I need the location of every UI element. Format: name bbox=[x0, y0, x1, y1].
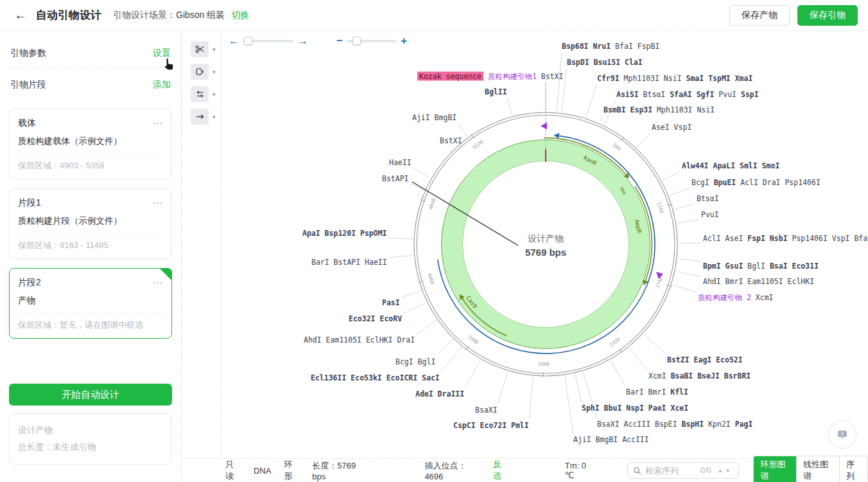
enzyme-site-label[interactable]: SphI BbuI NspI PaeI XceI bbox=[582, 404, 688, 413]
enzyme-site-label[interactable]: Bsp68I NruI BfaI FspBI bbox=[562, 42, 659, 51]
enzyme-names: BstXI bbox=[440, 136, 462, 145]
selection-band[interactable] bbox=[442, 140, 650, 349]
enzyme-names: ApaI Bsp120I PspOMI bbox=[302, 229, 387, 238]
enzyme-names: Ecl136II Eco53kI EcoICRI SacI bbox=[311, 373, 440, 382]
caret-down-icon[interactable]: ▾ bbox=[213, 114, 216, 120]
enzyme-site-label[interactable]: BcgI BglI bbox=[395, 357, 435, 366]
product-name: 设计产物 bbox=[18, 422, 163, 439]
enzyme-names: AsiSI bbox=[616, 90, 639, 99]
enzyme-site-label[interactable]: BarI BmrI KflI bbox=[626, 388, 688, 397]
sequence-search-box[interactable]: 0/0 ▲ ▼ bbox=[627, 462, 739, 479]
enzyme-site-label[interactable]: 质粒构建引物 2 XcmI bbox=[698, 293, 774, 303]
enzyme-names: PagI bbox=[735, 420, 753, 429]
enzyme-site-label[interactable]: Ecl136II Eco53kI EcoICRI SacI bbox=[311, 373, 440, 382]
view-sequence[interactable]: 序列 bbox=[839, 456, 867, 482]
search-prev-icon[interactable]: ▲ bbox=[718, 468, 723, 474]
label-tool-button[interactable] bbox=[191, 64, 209, 80]
enzyme-site-label[interactable]: BstZI EagI Eco52I bbox=[667, 355, 743, 364]
enzyme-site-label[interactable]: AseI VspI bbox=[652, 123, 691, 132]
fragment-card-1[interactable]: 片段1 ⋯ 质粒构建片段（示例文件） 保留区域：9163 - 11485 bbox=[9, 188, 172, 259]
svg-text:3480: 3480 bbox=[467, 334, 480, 346]
view-linear-map[interactable]: 线性图谱 bbox=[796, 456, 839, 482]
pan-right-button[interactable]: → bbox=[297, 35, 308, 48]
card-region: 保留区域：9163 - 11485 bbox=[18, 240, 163, 251]
map-center-title: 设计产物 bbox=[528, 233, 564, 244]
enzyme-site-label[interactable]: BspDI Bsu15I ClaI bbox=[567, 58, 643, 67]
primer1-marker[interactable] bbox=[541, 123, 547, 130]
params-settings-link[interactable]: 设置 bbox=[153, 48, 171, 59]
save-primer-button[interactable]: 保存引物 bbox=[797, 5, 858, 26]
save-product-button[interactable]: 保存产物 bbox=[729, 5, 790, 26]
start-auto-design-button[interactable]: 开始自动设计 bbox=[9, 384, 172, 406]
enzyme-names: BtsαI bbox=[697, 194, 719, 203]
enzyme-names: AdeI DraIII bbox=[415, 389, 464, 398]
view-switcher: 环形图谱 线性图谱 序列 bbox=[753, 456, 868, 482]
enzyme-names: BcgI BglI bbox=[395, 357, 435, 366]
search-next-icon[interactable]: ▼ bbox=[725, 468, 731, 474]
enzyme-names: BcgI bbox=[691, 178, 709, 187]
enzyme-site-label[interactable]: BstXI bbox=[440, 136, 462, 145]
card-menu-icon[interactable]: ⋯ bbox=[153, 118, 163, 129]
enzyme-site-label[interactable]: Kozak sequence 质粒构建引物1 BstXI bbox=[417, 72, 563, 82]
enzyme-site-label[interactable]: BsmBI Esp3I Mph1103I NsiI bbox=[603, 105, 715, 114]
enzyme-site-label[interactable]: PasI bbox=[382, 298, 400, 307]
card-subtitle: 产物 bbox=[18, 295, 163, 307]
view-circular-map[interactable]: 环形图谱 bbox=[754, 456, 796, 482]
caret-down-icon[interactable]: ▾ bbox=[213, 91, 216, 98]
enzyme-site-label[interactable]: BcgI BpuEI AclI DraI Psp1406I bbox=[691, 178, 820, 187]
enzyme-site-label[interactable]: Eco32I EcoRV bbox=[349, 314, 402, 323]
pan-slider-thumb[interactable] bbox=[244, 37, 252, 45]
caret-down-icon[interactable]: ▾ bbox=[213, 69, 216, 75]
feedback-button[interactable] bbox=[828, 420, 856, 449]
swap-strand-tool-button[interactable] bbox=[191, 86, 209, 102]
zoom-in-button[interactable]: + bbox=[401, 35, 407, 48]
enzyme-site-label[interactable]: Cfr9I Mph1103I NsiI SmaI TspMI XmaI bbox=[597, 74, 752, 83]
switch-scene-link[interactable]: 切换 bbox=[231, 10, 249, 21]
cut-tool-button[interactable] bbox=[191, 41, 209, 57]
enzyme-names: Eco32I EcoRV bbox=[349, 314, 402, 323]
enzyme-site-label[interactable]: AjiI BmgBI bbox=[412, 113, 456, 122]
enzyme-names: BsaXI AccIII BspEI bbox=[597, 420, 677, 429]
enzyme-site-label[interactable]: AclI AseI FspI NsbI Psp1406I VspI BfaI bbox=[703, 234, 868, 243]
enzyme-site-label[interactable]: HaeII bbox=[389, 158, 412, 167]
enzyme-names: Mph1103I NsiI bbox=[624, 74, 682, 83]
tag-icon bbox=[195, 67, 205, 76]
fragment-card-vector[interactable]: 载体 ⋯ 质粒构建载体（示例文件） 保留区域：4903 - 5358 bbox=[9, 109, 172, 179]
card-menu-icon[interactable]: ⋯ bbox=[153, 197, 163, 209]
enzyme-site-label[interactable]: BpmI GsuI BglI BsaI Eco31I bbox=[703, 262, 819, 271]
enzyme-site-label[interactable]: AdeI DraIII bbox=[415, 389, 464, 398]
enzyme-site-label[interactable]: BsaXI AccIII BspEI BspHI Kpn2I PagI bbox=[597, 420, 752, 429]
enzyme-site-label[interactable]: Alw44I ApaLI SmlI SmoI bbox=[682, 161, 779, 170]
enzyme-site-label[interactable]: BstAPI bbox=[382, 174, 409, 183]
enzyme-site-label[interactable]: ApaI Bsp120I PspOMI bbox=[302, 229, 387, 238]
invert-selection-link[interactable]: 反选 bbox=[493, 459, 508, 482]
feedback-bubble-icon bbox=[836, 428, 849, 441]
zoom-out-button[interactable]: − bbox=[336, 35, 343, 48]
zoom-slider[interactable] bbox=[347, 40, 397, 42]
card-title: 片段2 bbox=[18, 277, 41, 289]
caret-down-icon[interactable]: ▾ bbox=[213, 46, 216, 53]
pan-left-button[interactable]: ← bbox=[229, 35, 239, 48]
back-arrow-icon[interactable]: ← bbox=[14, 8, 27, 22]
topology-badge: 环形 bbox=[284, 459, 299, 482]
plasmid-map-canvas[interactable]: 58011601740232029003480406046405220 KanR… bbox=[221, 31, 868, 458]
fragment-card-2-selected[interactable]: 片段2 ⋯ 产物 保留区域：暂无，请在图谱中框选 bbox=[9, 268, 172, 339]
enzyme-names: BglI bbox=[747, 262, 765, 271]
pan-slider[interactable] bbox=[243, 40, 293, 42]
product-length: 总长度：未生成引物 bbox=[18, 439, 163, 456]
enzyme-site-label[interactable]: AsiSI BtsαI SfaAI SgfI PvuI SspI bbox=[616, 90, 759, 99]
fragments-add-link[interactable]: 添加 bbox=[153, 79, 171, 91]
enzyme-site-label[interactable]: BglII bbox=[485, 87, 507, 96]
search-input[interactable] bbox=[645, 466, 700, 476]
zoom-slider-thumb[interactable] bbox=[352, 37, 361, 45]
enzyme-site-label[interactable]: PvuI bbox=[701, 210, 719, 219]
enzyme-site-label[interactable]: BarI BstAPI HaeII bbox=[311, 258, 387, 267]
arrow-tool-button[interactable] bbox=[191, 109, 209, 125]
enzyme-site-label[interactable]: XcmI BsaBI BseJI BsrBRI bbox=[648, 371, 751, 380]
enzyme-site-label[interactable]: AhdI Eam1105I EclHKI DraI bbox=[304, 335, 415, 344]
enzyme-site-label[interactable]: BtsαI bbox=[697, 194, 719, 203]
enzyme-site-label[interactable]: AjiI BmgBI AccIII bbox=[573, 435, 649, 444]
enzyme-site-label[interactable]: CspCI Eco72I PmlI bbox=[453, 421, 529, 430]
enzyme-site-label[interactable]: AhdI BmrI Eam1105I EclHKI bbox=[703, 277, 814, 286]
enzyme-site-label[interactable]: BsaXI bbox=[475, 406, 498, 415]
